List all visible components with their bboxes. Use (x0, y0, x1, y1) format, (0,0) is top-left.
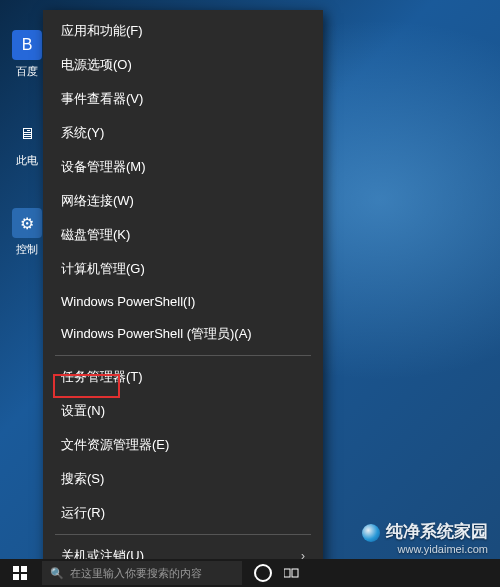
menu-item[interactable]: 系统(Y) (43, 116, 323, 150)
taskbar: 🔍 在这里输入你要搜索的内容 (0, 559, 500, 587)
watermark-logo-icon (362, 524, 380, 542)
desktop-icon-label: 百度 (16, 64, 38, 79)
menu-item-label: 计算机管理(G) (61, 260, 145, 278)
desktop-icon-label: 此电 (16, 153, 38, 168)
menu-item-label: 设置(N) (61, 402, 105, 420)
search-placeholder: 在这里输入你要搜索的内容 (70, 566, 202, 581)
menu-item[interactable]: 任务管理器(T) (43, 360, 323, 394)
task-view-button[interactable] (278, 559, 306, 587)
menu-item-label: 文件资源管理器(E) (61, 436, 169, 454)
menu-item-label: 设备管理器(M) (61, 158, 146, 176)
menu-item-label: Windows PowerShell(I) (61, 294, 195, 309)
search-icon: 🔍 (50, 567, 64, 580)
menu-item[interactable]: 设备管理器(M) (43, 150, 323, 184)
menu-item-label: 运行(R) (61, 504, 105, 522)
menu-item[interactable]: 网络连接(W) (43, 184, 323, 218)
cortana-button[interactable] (246, 559, 274, 587)
desktop-icon[interactable]: ⚙ 控制 (10, 208, 44, 257)
start-button[interactable] (0, 559, 40, 587)
menu-separator (55, 534, 311, 535)
menu-item[interactable]: 运行(R) (43, 496, 323, 530)
desktop-icon[interactable]: B 百度 (10, 30, 44, 79)
menu-item[interactable]: 搜索(S) (43, 462, 323, 496)
cortana-icon (254, 564, 272, 582)
winx-context-menu: 应用和功能(F)电源选项(O)事件查看器(V)系统(Y)设备管理器(M)网络连接… (43, 10, 323, 587)
watermark-url: www.yidaimei.com (398, 543, 488, 555)
menu-item-label: 网络连接(W) (61, 192, 134, 210)
menu-item-label: 任务管理器(T) (61, 368, 143, 386)
svg-rect-1 (292, 569, 298, 577)
menu-item[interactable]: 电源选项(O) (43, 48, 323, 82)
control-icon: ⚙ (12, 208, 42, 238)
menu-item[interactable]: 应用和功能(F) (43, 14, 323, 48)
menu-item-label: 系统(Y) (61, 124, 104, 142)
watermark: 纯净系统家园 www.yidaimei.com (362, 520, 488, 555)
task-view-icon (284, 567, 300, 579)
menu-item[interactable]: 磁盘管理(K) (43, 218, 323, 252)
menu-item[interactable]: Windows PowerShell(I) (43, 286, 323, 317)
windows-logo-icon (13, 566, 27, 580)
menu-item-label: 搜索(S) (61, 470, 104, 488)
watermark-brand: 纯净系统家园 (386, 522, 488, 541)
pc-icon: 🖥 (12, 119, 42, 149)
menu-item-label: 应用和功能(F) (61, 22, 143, 40)
app-icon: B (12, 30, 42, 60)
menu-item[interactable]: Windows PowerShell (管理员)(A) (43, 317, 323, 351)
menu-item[interactable]: 计算机管理(G) (43, 252, 323, 286)
desktop-icon[interactable]: 🖥 此电 (10, 119, 44, 168)
menu-item-label: 磁盘管理(K) (61, 226, 130, 244)
menu-item-label: 事件查看器(V) (61, 90, 143, 108)
menu-item-label: 电源选项(O) (61, 56, 132, 74)
menu-item[interactable]: 设置(N) (43, 394, 323, 428)
desktop-icon-label: 控制 (16, 242, 38, 257)
menu-item-label: Windows PowerShell (管理员)(A) (61, 325, 252, 343)
menu-item[interactable]: 事件查看器(V) (43, 82, 323, 116)
desktop-icon-column: B 百度 🖥 此电 ⚙ 控制 (10, 30, 44, 257)
svg-rect-0 (284, 569, 290, 577)
menu-separator (55, 355, 311, 356)
menu-item[interactable]: 文件资源管理器(E) (43, 428, 323, 462)
taskbar-search[interactable]: 🔍 在这里输入你要搜索的内容 (42, 561, 242, 585)
